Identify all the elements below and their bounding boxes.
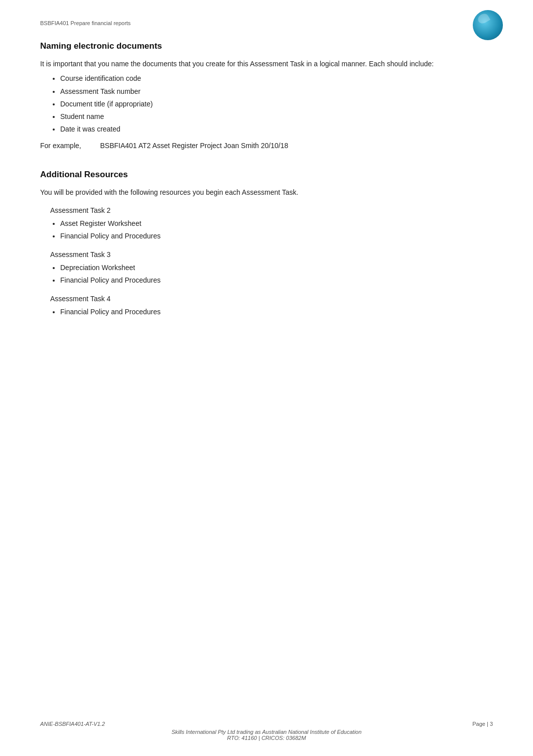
list-item: Student name (60, 110, 493, 123)
footer-left-text: ANIE-BSBFIA401-AT-V1.2 (40, 721, 105, 727)
task-3-label: Assessment Task 3 (50, 250, 493, 259)
example-line: For example, BSBFIA401 AT2 Asset Registe… (40, 142, 493, 150)
logo (473, 10, 503, 40)
example-label: For example, (40, 142, 90, 150)
footer-center-line1: Skills International Pty Ltd trading as … (172, 729, 362, 735)
example-value: BSBFIA401 AT2 Asset Register Project Joa… (100, 142, 288, 150)
list-item: Course identification code (60, 72, 493, 85)
logo-icon (473, 10, 503, 40)
naming-section: Naming electronic documents It is import… (40, 41, 493, 150)
additional-heading: Additional Resources (40, 170, 493, 180)
list-item: Document title (if appropriate) (60, 98, 493, 110)
list-item: Financial Policy and Procedures (60, 306, 493, 318)
task-3-list: Depreciation Worksheet Financial Policy … (60, 262, 493, 287)
footer-right-text: Page | 3 (472, 721, 493, 727)
header-bar: BSBFIA401 Prepare financial reports (40, 20, 493, 26)
footer-center-line2: RTO: 41160 | CRICOS: 03682M (227, 735, 306, 741)
list-item: Date it was created (60, 123, 493, 136)
additional-resources-section: Additional Resources You will be provide… (40, 170, 493, 318)
naming-heading: Naming electronic documents (40, 41, 493, 51)
task-2-label: Assessment Task 2 (50, 206, 493, 214)
list-item: Asset Register Worksheet (60, 217, 493, 230)
additional-intro: You will be provided with the following … (40, 187, 493, 198)
task-4-label: Assessment Task 4 (50, 295, 493, 303)
list-item: Assessment Task number (60, 85, 493, 98)
list-item: Depreciation Worksheet (60, 262, 493, 274)
naming-bullet-list: Course identification code Assessment Ta… (60, 72, 493, 136)
list-item: Financial Policy and Procedures (60, 274, 493, 287)
naming-intro: It is important that you name the docume… (40, 58, 493, 69)
task-4-list: Financial Policy and Procedures (60, 306, 493, 318)
header-title: BSBFIA401 Prepare financial reports (40, 20, 130, 26)
task-2-list: Asset Register Worksheet Financial Polic… (60, 217, 493, 242)
footer: ANIE-BSBFIA401-AT-V1.2 Page | 3 Skills I… (40, 721, 493, 741)
footer-top-row: ANIE-BSBFIA401-AT-V1.2 Page | 3 (40, 721, 493, 727)
page: BSBFIA401 Prepare financial reports Nami… (0, 0, 533, 756)
list-item: Financial Policy and Procedures (60, 230, 493, 242)
